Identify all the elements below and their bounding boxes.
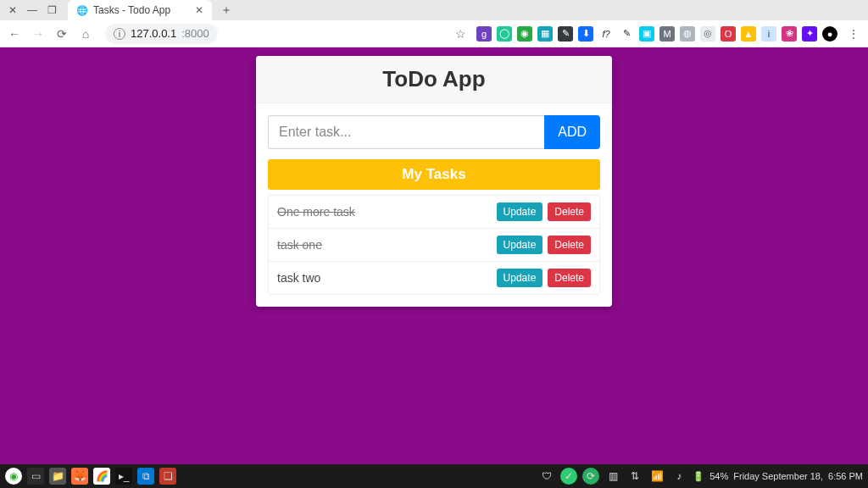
address-bar[interactable]: i 127.0.0.1:8000 bbox=[105, 24, 218, 44]
minimize-icon[interactable]: — bbox=[27, 4, 37, 16]
battery-icon[interactable]: 🔋 bbox=[693, 471, 704, 482]
tab-title: Tasks - Todo App bbox=[93, 4, 170, 16]
task-text: task two bbox=[277, 271, 492, 285]
delete-button[interactable]: Delete bbox=[548, 236, 591, 254]
sound-icon[interactable]: ♪ bbox=[670, 468, 687, 485]
battery-percent: 54% bbox=[709, 471, 728, 481]
firefox-icon[interactable]: 🦊 bbox=[71, 468, 88, 485]
extension-icon[interactable]: ❀ bbox=[782, 26, 797, 42]
chrome-icon[interactable]: 🌈 bbox=[93, 468, 110, 485]
extension-icon[interactable]: g bbox=[476, 26, 492, 42]
delete-button[interactable]: Delete bbox=[548, 202, 591, 221]
page-body: ToDo App ADD My Tasks One more taskUpdat… bbox=[0, 47, 868, 464]
extension-icon[interactable]: ⬇ bbox=[578, 26, 593, 42]
extension-icon[interactable]: f? bbox=[598, 26, 614, 42]
gpu-icon[interactable]: ▥ bbox=[604, 468, 621, 485]
task-text: One more task bbox=[277, 205, 492, 219]
vscode-icon[interactable]: ⧉ bbox=[137, 468, 154, 485]
delete-button[interactable]: Delete bbox=[548, 269, 591, 287]
info-icon[interactable]: i bbox=[114, 28, 125, 40]
browser-tab[interactable]: 🌐 Tasks - Todo App ✕ bbox=[68, 0, 212, 20]
update-button[interactable]: Update bbox=[497, 269, 543, 287]
extension-icon[interactable]: ✎ bbox=[558, 26, 573, 42]
new-tab-button[interactable]: ＋ bbox=[212, 3, 241, 18]
update-button[interactable]: Update bbox=[497, 202, 543, 221]
extension-icon[interactable]: ▣ bbox=[639, 26, 654, 42]
shield-icon[interactable]: 🛡 bbox=[538, 468, 555, 485]
taskbar-app-icon[interactable]: ▭ bbox=[27, 468, 44, 485]
wifi-icon[interactable]: 📶 bbox=[648, 468, 665, 485]
extension-icon[interactable]: ◎ bbox=[700, 26, 715, 42]
extension-icon[interactable]: ▲ bbox=[741, 26, 756, 42]
close-icon[interactable]: ✕ bbox=[8, 4, 17, 16]
maximize-icon[interactable]: ❐ bbox=[47, 4, 57, 16]
tasks-heading: My Tasks bbox=[268, 159, 600, 190]
app-title: ToDo App bbox=[256, 66, 612, 92]
url-host: 127.0.0.1 bbox=[131, 27, 176, 40]
update-button[interactable]: Update bbox=[497, 236, 543, 254]
back-button[interactable]: ← bbox=[7, 27, 22, 41]
start-menu-icon[interactable]: ◉ bbox=[5, 468, 22, 485]
task-row: task oneUpdateDelete bbox=[269, 229, 599, 262]
task-text: task one bbox=[277, 238, 492, 252]
date-label: Friday September 18, bbox=[733, 471, 823, 481]
extension-icon[interactable]: ✦ bbox=[802, 26, 817, 42]
extension-icon[interactable]: M bbox=[659, 26, 675, 42]
globe-icon: 🌐 bbox=[76, 5, 88, 16]
extension-icon[interactable]: ▦ bbox=[537, 26, 553, 42]
time-label: 6:56 PM bbox=[828, 471, 863, 481]
task-input[interactable] bbox=[268, 115, 544, 149]
update-icon[interactable]: ⟳ bbox=[582, 468, 599, 485]
status-ok-icon[interactable]: ✓ bbox=[560, 468, 577, 485]
extension-icon[interactable]: ✎ bbox=[619, 26, 634, 42]
terminal-icon[interactable]: ▸_ bbox=[115, 468, 132, 485]
extension-icon[interactable]: ◍ bbox=[680, 26, 695, 42]
extension-icon[interactable]: i bbox=[761, 26, 776, 42]
task-list: One more taskUpdateDeletetask oneUpdateD… bbox=[268, 195, 600, 295]
url-port: :8000 bbox=[181, 27, 209, 40]
extension-icon[interactable]: O bbox=[721, 26, 736, 42]
menu-icon[interactable]: ⋮ bbox=[846, 27, 861, 41]
task-row: task twoUpdateDelete bbox=[269, 262, 599, 294]
todo-card: ToDo App ADD My Tasks One more taskUpdat… bbox=[256, 56, 612, 307]
extension-icon[interactable]: ◯ bbox=[497, 26, 512, 42]
tab-close-icon[interactable]: ✕ bbox=[195, 4, 203, 16]
star-icon[interactable]: ☆ bbox=[453, 27, 468, 41]
taskbar-app-icon[interactable]: ❏ bbox=[159, 468, 176, 485]
home-button[interactable]: ⌂ bbox=[78, 27, 93, 41]
network-icon[interactable]: ⇅ bbox=[626, 468, 643, 485]
extensions-tray: g ◯ ◉ ▦ ✎ ⬇ f? ✎ ▣ M ◍ ◎ O ▲ i ❀ ✦ ● bbox=[476, 26, 837, 42]
extension-icon[interactable]: ◉ bbox=[517, 26, 532, 42]
task-row: One more taskUpdateDelete bbox=[269, 196, 599, 229]
forward-button[interactable]: → bbox=[31, 27, 46, 41]
extension-icon[interactable]: ● bbox=[822, 26, 837, 42]
files-icon[interactable]: 📁 bbox=[49, 468, 66, 485]
add-button[interactable]: ADD bbox=[544, 115, 600, 149]
reload-button[interactable]: ⟳ bbox=[54, 27, 70, 41]
